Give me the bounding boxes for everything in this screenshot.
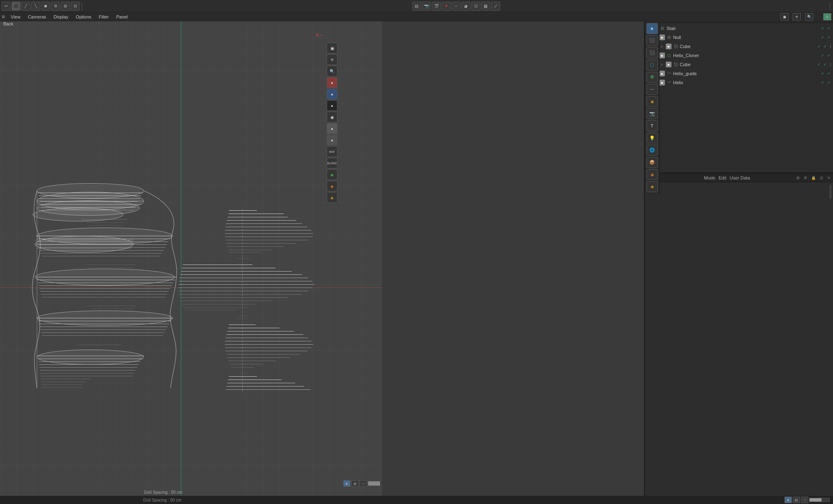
menu-options[interactable]: Options — [74, 14, 93, 19]
tree-item-helix[interactable]: ▶ ■ 〰 Helix ✓ ✓ — [645, 78, 833, 87]
tree-item-cube2[interactable]: ▶ ■ ⬛ Cube ✓ ✓ ⟩ — [645, 60, 833, 69]
cube2-render-check[interactable]: ✓ — [823, 62, 828, 67]
status-mode-grid[interactable]: ▤ — [793, 497, 800, 503]
text-btn[interactable]: T — [646, 120, 658, 131]
tree-item-stair[interactable]: ▼ ■ ⊡ Stair ✓ ✓ — [645, 24, 833, 33]
undo-icon[interactable]: ↩ — [2, 2, 11, 11]
green-cube-btn[interactable]: ⬛ — [646, 47, 658, 58]
viewport-zoom-icon[interactable]: 🔍 — [805, 13, 813, 21]
cloner-vis-check[interactable]: ✓ — [820, 53, 825, 58]
null-color-icon: ■ — [659, 35, 665, 40]
view-mode-wire[interactable]: □ — [360, 480, 367, 487]
stair-vis-check[interactable]: ✓ — [820, 26, 825, 31]
red-vp-btn[interactable]: ● — [327, 77, 337, 88]
attr-settings-icon[interactable]: ⚙ — [804, 176, 807, 180]
viewport-layout-icon[interactable]: ▣ — [780, 13, 789, 21]
pan-vp-icon[interactable]: ✛ — [327, 54, 337, 65]
sphere-vp-btn[interactable]: ◉ — [327, 112, 337, 122]
spline-tool-icon[interactable]: ╱ — [21, 2, 30, 11]
gray2-vp-btn[interactable]: ● — [327, 135, 337, 145]
blend-vp-btn[interactable]: BLEND — [327, 158, 337, 168]
cube-obj-btn[interactable]: ⬛ — [646, 35, 658, 46]
camera-obj-btn[interactable]: 📷 — [646, 108, 658, 119]
null-vis-check[interactable]: ✓ — [820, 35, 825, 40]
attr-zoom-icon[interactable]: ⊞ — [796, 176, 800, 180]
attr-userdata-tab[interactable]: User Data — [729, 175, 750, 180]
field-btn[interactable]: ◈ — [646, 96, 658, 107]
view-brightness-slider[interactable] — [368, 481, 382, 486]
view-mode-solid[interactable]: ■ — [343, 480, 351, 487]
stair-render-check[interactable]: ✓ — [826, 26, 831, 31]
viewport[interactable]: X— — [0, 21, 382, 496]
settings2-icon[interactable]: ⚙ — [51, 2, 60, 11]
asset-btn[interactable]: 📦 — [646, 157, 658, 168]
status-slider[interactable] — [809, 498, 830, 502]
menu-display[interactable]: Display — [52, 14, 70, 19]
attr-lock-icon[interactable]: 🔒 — [811, 176, 816, 180]
mat-vp-btn[interactable]: MAT — [327, 146, 337, 157]
blue-vp-btn[interactable]: ● — [327, 89, 337, 99]
menu-view[interactable]: View — [9, 14, 22, 19]
cube1-vis-check[interactable]: ✓ — [817, 44, 821, 49]
tree-item-cube1[interactable]: ▶ ■ ⬛ Cube ✓ ✓ ⟩ — [645, 42, 833, 51]
svg-point-64 — [37, 350, 144, 365]
view-mode-grid[interactable]: ▤ — [351, 480, 359, 487]
guide-render-check[interactable]: ✓ — [826, 71, 831, 76]
cube1-render-check[interactable]: ✓ — [823, 44, 828, 49]
preview-icon[interactable]: ▦ — [481, 2, 490, 11]
gold-btn[interactable]: ◈ — [646, 181, 658, 192]
attr-edit-tab[interactable]: Edit — [719, 175, 727, 180]
playback-icon[interactable]: ⤢ — [491, 2, 500, 11]
gold-vp-btn[interactable]: ◈ — [327, 192, 337, 203]
cube2-vis-check[interactable]: ✓ — [817, 62, 821, 67]
stop-icon[interactable]: ✕ — [442, 2, 451, 11]
cloner-render-check[interactable]: ✓ — [826, 53, 831, 58]
cube-mode-icon[interactable]: ⬛ — [12, 2, 21, 11]
snap-icon[interactable]: ⊟ — [71, 2, 80, 11]
orange-vp-btn[interactable]: ◈ — [327, 181, 337, 191]
null-render-check[interactable]: ✓ — [826, 35, 831, 40]
attr-mode-tab[interactable]: Mode — [704, 175, 715, 180]
tree-item-null[interactable]: ▼ ■ ⊡ Null ✓ ✓ — [645, 33, 833, 42]
menu-cameras[interactable]: Cameras — [26, 14, 48, 19]
teal-btn[interactable]: ⬡ — [646, 60, 658, 71]
cube2-tag-icon[interactable]: ⟩ — [830, 62, 831, 67]
expand-cube2-icon[interactable]: ▶ — [660, 62, 665, 67]
menu-panel[interactable]: Panel — [115, 14, 129, 19]
guide-vis-check[interactable]: ✓ — [820, 71, 825, 76]
viewport-pan-icon[interactable]: ✛ — [793, 13, 801, 21]
dark-vp-btn[interactable]: ● — [327, 100, 337, 111]
menu-filter[interactable]: Filter — [97, 14, 110, 19]
attr-side-label[interactable]: Attributes — [828, 185, 832, 199]
object-mode-btn[interactable]: ◼ — [646, 23, 658, 34]
tree-item-helix-cloner[interactable]: ▼ ■ ⬡ Helix_Cloner ✓ ✓ — [645, 51, 833, 60]
camera-icon[interactable]: 📷 — [422, 2, 431, 11]
shading-icon[interactable]: ◕ — [461, 2, 471, 11]
gear-btn[interactable]: ⚙ — [646, 72, 658, 83]
record-icon[interactable]: ⏺ — [41, 2, 50, 11]
scene-icon[interactable]: ○ — [452, 2, 461, 11]
attr-expand-icon[interactable]: ⊡ — [820, 176, 823, 180]
light-btn[interactable]: 💡 — [646, 133, 658, 144]
expand-cube1-icon[interactable]: ▶ — [660, 44, 665, 49]
layout-vp-icon[interactable]: ▣ — [327, 43, 337, 53]
frame-icon[interactable]: ⊞ — [61, 2, 70, 11]
helix-vis-check[interactable]: ✓ — [820, 80, 825, 85]
status-mode-wire[interactable]: □ — [801, 497, 808, 503]
wireframe-icon[interactable]: ⊡ — [471, 2, 480, 11]
cube1-tag-icon[interactable]: ⟩ — [830, 44, 831, 48]
render-settings-icon[interactable]: ╲ — [31, 2, 40, 11]
scene-manager-icon[interactable]: ⚛ — [823, 13, 831, 21]
attr-close-icon[interactable]: ✕ — [827, 176, 831, 180]
green-vp-btn[interactable]: ◈ — [327, 169, 337, 180]
spline-btn[interactable]: 〰 — [646, 84, 658, 95]
render-icon[interactable]: 🎬 — [432, 2, 441, 11]
gray-vp-btn[interactable]: ● — [327, 123, 337, 134]
helix-render-check[interactable]: ✓ — [826, 80, 831, 85]
spline2-btn[interactable]: ◈ — [646, 169, 658, 180]
tree-item-helix-guide[interactable]: ▶ ■ 〰 Helix_guide ✓ ✓ — [645, 69, 833, 78]
geo-btn[interactable]: 🌐 — [646, 145, 658, 156]
status-mode-solid[interactable]: ■ — [785, 497, 792, 503]
layout-icon[interactable]: ▤ — [412, 2, 421, 11]
zoom-vp-icon[interactable]: 🔍 — [327, 66, 337, 76]
